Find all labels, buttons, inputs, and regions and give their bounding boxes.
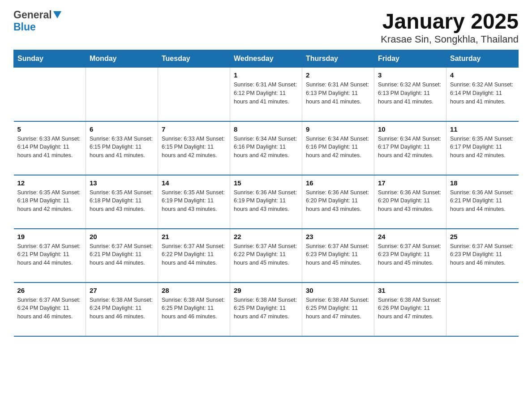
header-cell-saturday: Saturday: [446, 50, 519, 68]
calendar-cell: 6Sunrise: 6:33 AM Sunset: 6:15 PM Daylig…: [86, 121, 158, 175]
day-info: Sunrise: 6:36 AM Sunset: 6:21 PM Dayligh…: [450, 188, 515, 214]
day-info: Sunrise: 6:37 AM Sunset: 6:22 PM Dayligh…: [162, 242, 226, 267]
calendar-cell: 12Sunrise: 6:35 AM Sunset: 6:18 PM Dayli…: [14, 175, 86, 229]
day-number: 19: [17, 233, 82, 240]
day-number: 15: [234, 179, 298, 187]
header-cell-friday: Friday: [374, 50, 446, 68]
calendar-cell: 15Sunrise: 6:36 AM Sunset: 6:19 PM Dayli…: [230, 175, 302, 229]
day-info: Sunrise: 6:37 AM Sunset: 6:23 PM Dayligh…: [378, 242, 442, 267]
calendar-cell: [158, 68, 230, 121]
calendar-cell: 13Sunrise: 6:35 AM Sunset: 6:18 PM Dayli…: [86, 175, 158, 229]
day-info: Sunrise: 6:35 AM Sunset: 6:19 PM Dayligh…: [162, 188, 226, 214]
day-info: Sunrise: 6:37 AM Sunset: 6:23 PM Dayligh…: [450, 242, 515, 267]
day-number: 22: [234, 233, 298, 240]
header-cell-wednesday: Wednesday: [230, 50, 302, 68]
page-header: General Blue January 2025 Krasae Sin, So…: [13, 9, 519, 45]
logo: General Blue: [13, 9, 61, 33]
calendar-cell: 11Sunrise: 6:35 AM Sunset: 6:17 PM Dayli…: [446, 121, 519, 175]
day-number: 18: [450, 179, 515, 187]
calendar-cell: 4Sunrise: 6:32 AM Sunset: 6:14 PM Daylig…: [446, 68, 519, 121]
day-number: 3: [378, 71, 442, 79]
calendar-cell: [86, 68, 158, 121]
svg-marker-0: [53, 11, 61, 18]
day-number: 23: [306, 233, 370, 240]
day-number: 2: [306, 71, 370, 79]
header-row: SundayMondayTuesdayWednesdayThursdayFrid…: [14, 50, 519, 68]
day-info: Sunrise: 6:35 AM Sunset: 6:18 PM Dayligh…: [17, 188, 82, 214]
day-info: Sunrise: 6:36 AM Sunset: 6:19 PM Dayligh…: [234, 188, 298, 214]
day-number: 5: [17, 125, 82, 133]
day-number: 9: [306, 125, 370, 133]
day-info: Sunrise: 6:38 AM Sunset: 6:26 PM Dayligh…: [378, 296, 442, 321]
day-info: Sunrise: 6:35 AM Sunset: 6:17 PM Dayligh…: [450, 135, 515, 160]
day-info: Sunrise: 6:36 AM Sunset: 6:20 PM Dayligh…: [378, 188, 442, 214]
day-number: 16: [306, 179, 370, 187]
day-number: 26: [17, 287, 82, 294]
calendar-cell: 25Sunrise: 6:37 AM Sunset: 6:23 PM Dayli…: [446, 229, 519, 283]
header-cell-tuesday: Tuesday: [158, 50, 230, 68]
day-number: 6: [90, 125, 154, 133]
calendar-cell: 1Sunrise: 6:31 AM Sunset: 6:12 PM Daylig…: [230, 68, 302, 121]
calendar-cell: 20Sunrise: 6:37 AM Sunset: 6:21 PM Dayli…: [86, 229, 158, 283]
calendar-cell: 19Sunrise: 6:37 AM Sunset: 6:21 PM Dayli…: [14, 229, 86, 283]
day-info: Sunrise: 6:31 AM Sunset: 6:12 PM Dayligh…: [234, 81, 298, 106]
calendar-cell: 17Sunrise: 6:36 AM Sunset: 6:20 PM Dayli…: [374, 175, 446, 229]
week-row-2: 5Sunrise: 6:33 AM Sunset: 6:14 PM Daylig…: [14, 121, 519, 175]
day-info: Sunrise: 6:35 AM Sunset: 6:18 PM Dayligh…: [90, 188, 154, 214]
week-row-3: 12Sunrise: 6:35 AM Sunset: 6:18 PM Dayli…: [14, 175, 519, 229]
calendar-cell: 31Sunrise: 6:38 AM Sunset: 6:26 PM Dayli…: [374, 283, 446, 336]
day-info: Sunrise: 6:38 AM Sunset: 6:24 PM Dayligh…: [90, 296, 154, 321]
day-number: 14: [162, 179, 226, 187]
day-info: Sunrise: 6:37 AM Sunset: 6:22 PM Dayligh…: [234, 242, 298, 267]
day-number: 12: [17, 179, 82, 187]
day-info: Sunrise: 6:38 AM Sunset: 6:25 PM Dayligh…: [234, 296, 298, 321]
calendar-cell: 10Sunrise: 6:34 AM Sunset: 6:17 PM Dayli…: [374, 121, 446, 175]
calendar-cell: [14, 68, 86, 121]
day-info: Sunrise: 6:38 AM Sunset: 6:25 PM Dayligh…: [162, 296, 226, 321]
calendar-cell: 8Sunrise: 6:34 AM Sunset: 6:16 PM Daylig…: [230, 121, 302, 175]
calendar-cell: 27Sunrise: 6:38 AM Sunset: 6:24 PM Dayli…: [86, 283, 158, 336]
header-cell-monday: Monday: [86, 50, 158, 68]
day-number: 25: [450, 233, 515, 240]
calendar-cell: 16Sunrise: 6:36 AM Sunset: 6:20 PM Dayli…: [302, 175, 374, 229]
calendar-cell: 22Sunrise: 6:37 AM Sunset: 6:22 PM Dayli…: [230, 229, 302, 283]
day-info: Sunrise: 6:34 AM Sunset: 6:17 PM Dayligh…: [378, 135, 442, 160]
day-number: 4: [450, 71, 515, 79]
day-info: Sunrise: 6:34 AM Sunset: 6:16 PM Dayligh…: [234, 135, 298, 160]
day-info: Sunrise: 6:37 AM Sunset: 6:23 PM Dayligh…: [306, 242, 370, 267]
day-info: Sunrise: 6:32 AM Sunset: 6:14 PM Dayligh…: [450, 81, 515, 106]
day-info: Sunrise: 6:33 AM Sunset: 6:15 PM Dayligh…: [90, 135, 154, 160]
week-row-1: 1Sunrise: 6:31 AM Sunset: 6:12 PM Daylig…: [14, 68, 519, 121]
calendar-table: SundayMondayTuesdayWednesdayThursdayFrid…: [13, 50, 519, 337]
calendar-title: January 2025: [381, 9, 519, 34]
day-info: Sunrise: 6:37 AM Sunset: 6:21 PM Dayligh…: [90, 242, 154, 267]
calendar-cell: 23Sunrise: 6:37 AM Sunset: 6:23 PM Dayli…: [302, 229, 374, 283]
calendar-cell: 9Sunrise: 6:34 AM Sunset: 6:16 PM Daylig…: [302, 121, 374, 175]
calendar-cell: [446, 283, 519, 336]
calendar-cell: 2Sunrise: 6:31 AM Sunset: 6:13 PM Daylig…: [302, 68, 374, 121]
day-number: 7: [162, 125, 226, 133]
logo-general: General: [13, 9, 52, 21]
calendar-cell: 21Sunrise: 6:37 AM Sunset: 6:22 PM Dayli…: [158, 229, 230, 283]
day-number: 20: [90, 233, 154, 240]
day-number: 10: [378, 125, 442, 133]
week-row-4: 19Sunrise: 6:37 AM Sunset: 6:21 PM Dayli…: [14, 229, 519, 283]
day-info: Sunrise: 6:37 AM Sunset: 6:21 PM Dayligh…: [17, 242, 82, 267]
calendar-cell: 29Sunrise: 6:38 AM Sunset: 6:25 PM Dayli…: [230, 283, 302, 336]
day-number: 8: [234, 125, 298, 133]
day-number: 30: [306, 287, 370, 294]
title-block: January 2025 Krasae Sin, Songkhla, Thail…: [381, 9, 519, 45]
calendar-cell: 28Sunrise: 6:38 AM Sunset: 6:25 PM Dayli…: [158, 283, 230, 336]
header-cell-sunday: Sunday: [14, 50, 86, 68]
calendar-cell: 3Sunrise: 6:32 AM Sunset: 6:13 PM Daylig…: [374, 68, 446, 121]
day-info: Sunrise: 6:37 AM Sunset: 6:24 PM Dayligh…: [17, 296, 82, 321]
day-info: Sunrise: 6:33 AM Sunset: 6:14 PM Dayligh…: [17, 135, 82, 160]
day-info: Sunrise: 6:38 AM Sunset: 6:25 PM Dayligh…: [306, 296, 370, 321]
calendar-cell: 30Sunrise: 6:38 AM Sunset: 6:25 PM Dayli…: [302, 283, 374, 336]
day-number: 28: [162, 287, 226, 294]
calendar-cell: 26Sunrise: 6:37 AM Sunset: 6:24 PM Dayli…: [14, 283, 86, 336]
day-info: Sunrise: 6:33 AM Sunset: 6:15 PM Dayligh…: [162, 135, 226, 160]
calendar-header: SundayMondayTuesdayWednesdayThursdayFrid…: [14, 50, 519, 68]
day-number: 1: [234, 71, 298, 79]
day-number: 24: [378, 233, 442, 240]
